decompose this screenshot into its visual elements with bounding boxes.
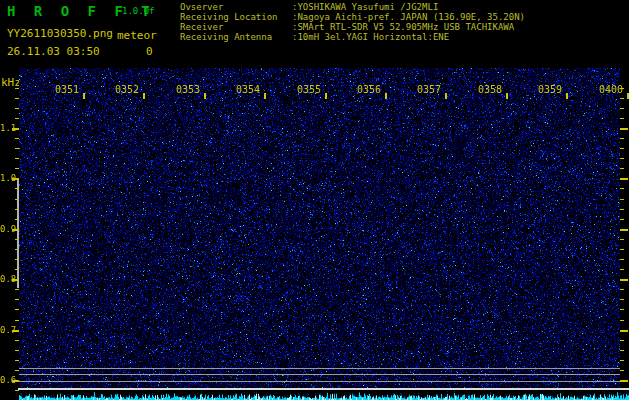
reference-line: [19, 381, 620, 382]
time-tick: [325, 93, 327, 99]
freq-tick-label: 1.0: [0, 173, 13, 183]
freq-tick-label: 0.9: [0, 224, 13, 234]
freq-tick: [620, 128, 628, 130]
freq-tick: [620, 199, 624, 200]
reference-line: [19, 368, 620, 369]
signal-level-canvas: [19, 390, 629, 400]
freq-tick-label: 0.6: [0, 375, 13, 385]
freq-tick: [15, 350, 19, 351]
station-info-label: Receiver: [180, 22, 292, 32]
time-label: 0352: [115, 84, 139, 95]
station-info-label: Receiving Location: [180, 12, 292, 22]
freq-tick: [15, 108, 19, 109]
station-info-row: Ovserver:YOSHIKAWA Yasufumi /JG2MLI: [180, 2, 525, 12]
freq-tick: [620, 279, 628, 281]
station-info-value: :10mH 3el.YAGI Horizontal:ENE: [292, 32, 449, 42]
station-info-row: Receiver:SMArt RTL-SDR V5 52.905MHz USB …: [180, 22, 525, 32]
freq-tick: [620, 178, 628, 180]
freq-tick: [15, 239, 19, 240]
freq-tick: [620, 370, 624, 371]
freq-tick: [620, 108, 624, 109]
freq-tick: [620, 148, 624, 149]
time-label: 0354: [236, 84, 260, 95]
freq-tick: [620, 269, 624, 270]
freq-tick: [620, 380, 628, 382]
station-info-label: Ovserver: [180, 2, 292, 12]
time-label: 0359: [538, 84, 562, 95]
time-label: 0355: [297, 84, 321, 95]
time-label: 0358: [478, 84, 502, 95]
freq-tick: [620, 219, 624, 220]
freq-tick: [15, 209, 19, 210]
freq-tick-label: 1.1: [0, 123, 13, 133]
freq-tick: [620, 229, 628, 231]
station-info-value: :SMArt RTL-SDR V5 52.905MHz USB TACHIKAW…: [292, 22, 514, 32]
freq-tick: [620, 309, 624, 310]
station-info-value: :Nagoya Aichi-pref. JAPAN (136.90E, 35.2…: [292, 12, 525, 22]
station-info-row: Receiving Location:Nagoya Aichi-pref. JA…: [180, 12, 525, 22]
freq-tick: [15, 158, 19, 159]
time-tick: [264, 93, 266, 99]
observation-datetime: 26.11.03 03:50: [7, 45, 100, 58]
station-info-label: Receiving Antenna: [180, 32, 292, 42]
freq-tick: [620, 239, 624, 240]
hrofft-window: H R O F F T 1.0.0f YY2611030350.png mete…: [0, 0, 629, 400]
time-tick: [385, 93, 387, 99]
freq-tick: [15, 370, 19, 371]
freq-tick: [15, 98, 19, 99]
freq-tick: [620, 118, 624, 119]
freq-tick: [15, 249, 19, 250]
freq-tick: [620, 259, 624, 260]
time-label: 0356: [357, 84, 381, 95]
freq-tick: [15, 309, 19, 310]
freq-tick: [15, 188, 19, 189]
freq-tick: [620, 138, 624, 139]
freq-tick: [15, 269, 19, 270]
meteor-count: 0: [146, 45, 153, 58]
freq-tick: [15, 289, 19, 290]
freq-tick: [620, 340, 624, 341]
time-tick: [83, 93, 85, 99]
observation-mode: meteor: [117, 29, 157, 42]
freq-tick: [620, 209, 624, 210]
station-info-value: :YOSHIKAWA Yasufumi /JG2MLI: [292, 2, 438, 12]
freq-tick: [15, 320, 19, 321]
freq-tick: [15, 118, 19, 119]
freq-tick: [15, 88, 19, 89]
freq-tick: [620, 289, 624, 290]
freq-tick-label: 0.7: [0, 325, 13, 335]
station-info: Ovserver:YOSHIKAWA Yasufumi /JG2MLIRecei…: [180, 2, 525, 42]
calibration-bar: [17, 178, 19, 288]
freq-tick: [15, 199, 19, 200]
freq-tick-label: 0.8: [0, 274, 13, 284]
freq-tick: [620, 330, 628, 332]
app-version: 1.0.0f: [122, 6, 155, 16]
freq-tick: [15, 299, 19, 300]
freq-tick: [620, 350, 624, 351]
freq-tick: [15, 340, 19, 341]
time-tick: [204, 93, 206, 99]
freq-tick: [15, 219, 19, 220]
spectrogram-canvas: [19, 68, 620, 389]
freq-tick: [15, 259, 19, 260]
reference-line: [19, 374, 620, 375]
freq-tick: [620, 188, 624, 189]
freq-tick: [15, 360, 19, 361]
freq-tick: [620, 299, 624, 300]
freq-tick: [620, 168, 624, 169]
time-label: 0400: [599, 84, 623, 95]
time-tick: [143, 93, 145, 99]
freq-tick: [620, 98, 624, 99]
station-info-row: Receiving Antenna:10mH 3el.YAGI Horizont…: [180, 32, 525, 42]
time-tick: [445, 93, 447, 99]
time-label: 0351: [55, 84, 79, 95]
time-tick: [506, 93, 508, 99]
freq-tick: [620, 360, 624, 361]
freq-tick: [620, 249, 624, 250]
freq-tick: [620, 158, 624, 159]
time-label: 0353: [176, 84, 200, 95]
time-label: 0357: [417, 84, 441, 95]
freq-tick: [15, 168, 19, 169]
time-tick: [566, 93, 568, 99]
output-filename: YY2611030350.png: [7, 27, 113, 40]
